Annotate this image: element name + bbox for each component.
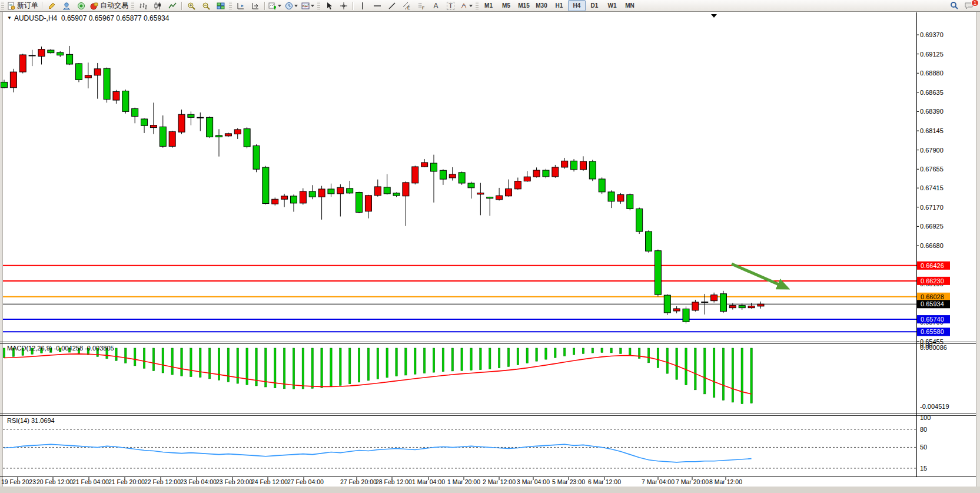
candle <box>748 306 755 307</box>
cursor-tool-button[interactable] <box>321 0 336 11</box>
macd-histogram-bar <box>582 348 584 353</box>
candle <box>374 187 381 196</box>
periods-button[interactable] <box>283 0 300 11</box>
candle <box>468 183 474 188</box>
toolbar-grip[interactable] <box>131 2 134 10</box>
macd-histogram-bar <box>190 348 192 377</box>
candle <box>281 196 288 199</box>
candle <box>132 108 138 116</box>
timeframe-m15-button[interactable]: M15 <box>515 0 533 11</box>
arrows-tool-button[interactable] <box>458 0 474 11</box>
timeframe-w1-button[interactable]: W1 <box>603 0 621 11</box>
price-badge-label: 0.65934 <box>921 300 944 307</box>
search-button[interactable] <box>947 0 962 11</box>
templates-icon <box>301 2 310 10</box>
macd-histogram-bar <box>330 348 332 387</box>
timeframe-h1-button[interactable]: H1 <box>550 0 568 11</box>
timeframe-m1-button[interactable]: M1 <box>480 0 497 11</box>
signals-button[interactable] <box>74 0 88 11</box>
macd-histogram-bar <box>293 348 294 389</box>
fibonacci-tool-button[interactable]: F <box>414 0 428 11</box>
indicators-button[interactable] <box>267 0 283 11</box>
candlestick-chart-icon <box>154 2 162 10</box>
price-badge-label: 0.65740 <box>921 316 944 323</box>
templates-button[interactable] <box>300 0 316 11</box>
macd-histogram-bar <box>237 348 238 383</box>
macd-histogram-bar <box>732 348 733 402</box>
candle <box>664 295 670 313</box>
bar-chart-icon <box>139 2 147 10</box>
arrows-tool-icon <box>460 2 468 10</box>
notifications-button[interactable]: 1 <box>962 0 976 11</box>
candle <box>589 161 596 179</box>
candle <box>655 251 661 295</box>
chart-canvas[interactable]: 0.693700.691250.688800.686350.683900.681… <box>0 0 980 493</box>
macd-histogram-bar <box>704 348 706 394</box>
toolbar-grip[interactable] <box>476 2 479 10</box>
tile-windows-button[interactable] <box>213 0 228 11</box>
chart-title[interactable]: ▼AUDUSD-,H4 0.65907 0.65967 0.65877 0.65… <box>7 14 169 22</box>
macd-main-value: -0.004258 <box>54 345 83 352</box>
toolbar-grip[interactable] <box>317 2 320 10</box>
chart-shift-button[interactable] <box>248 0 263 11</box>
candle <box>113 91 119 100</box>
candle <box>562 161 568 167</box>
crosshair-tool-button[interactable] <box>336 0 351 11</box>
text-label-tool-button[interactable]: T <box>443 0 458 11</box>
text-tool-label: A <box>433 2 438 10</box>
market-depth-button[interactable] <box>44 0 59 11</box>
macd-histogram-bar <box>115 348 117 360</box>
macd-histogram-bar <box>592 348 593 353</box>
auto-scroll-button[interactable] <box>233 0 248 11</box>
timeframe-group: M1M5M15M30H1H4D1W1MN <box>480 0 639 11</box>
timeframe-mn-button[interactable]: MN <box>621 0 639 11</box>
new-order-button[interactable]: 新订单 <box>5 0 40 11</box>
equidistant-channel-tool-button[interactable]: E <box>399 0 414 11</box>
auto-trading-button[interactable]: 自动交易 <box>88 0 130 11</box>
horizontal-line-tool-button[interactable] <box>370 0 384 11</box>
line-chart-button[interactable] <box>165 0 180 11</box>
macd-histogram-bar <box>685 348 687 385</box>
timeframe-h4-button[interactable]: H4 <box>568 0 586 11</box>
price-badge-label: 0.65580 <box>921 328 944 335</box>
toolbar-grip[interactable] <box>1 2 4 10</box>
svg-text:E: E <box>407 6 410 10</box>
trendline-tool-button[interactable] <box>384 0 399 11</box>
candle <box>104 68 110 100</box>
candle <box>533 170 540 177</box>
macd-histogram-bar <box>162 348 164 373</box>
line-chart-icon <box>168 2 177 10</box>
candle <box>216 135 222 137</box>
candle <box>403 183 409 196</box>
bar-chart-button[interactable] <box>135 0 150 11</box>
zoom-in-button[interactable] <box>184 0 198 11</box>
time-tick-label: 6 Mar 12:00 <box>588 478 621 485</box>
zoom-out-button[interactable] <box>198 0 213 11</box>
candlestick-chart-button[interactable] <box>150 0 165 11</box>
text-tool-button[interactable]: A <box>428 0 443 11</box>
vertical-line-tool-button[interactable] <box>355 0 370 11</box>
toolbar-grip[interactable] <box>229 2 232 10</box>
candle <box>412 167 418 183</box>
time-tick-label: 22 Feb 12:00 <box>144 478 181 485</box>
candle <box>739 306 745 308</box>
macd-histogram-bar <box>218 348 220 380</box>
candle <box>636 209 643 231</box>
candle <box>337 187 344 194</box>
timeframe-m5-button[interactable]: M5 <box>497 0 515 11</box>
macd-histogram-bar <box>283 348 285 389</box>
notification-badge: 1 <box>971 0 979 6</box>
toolbar: 新订单 自动交易 <box>0 0 980 12</box>
macd-histogram-bar <box>647 348 649 363</box>
candle <box>150 125 157 128</box>
macd-histogram-bar <box>181 348 182 376</box>
timeframe-d1-button[interactable]: D1 <box>586 0 603 11</box>
price-tick-label: 0.68880 <box>920 70 944 77</box>
candle <box>234 130 241 134</box>
candle <box>253 145 260 169</box>
chart-menu-triangle-icon[interactable]: ▼ <box>7 15 12 21</box>
auto-scroll-icon <box>237 2 245 10</box>
timeframe-m30-button[interactable]: M30 <box>533 0 550 11</box>
profile-button[interactable] <box>59 0 74 11</box>
rsi-axis-label: 15 <box>920 465 927 472</box>
